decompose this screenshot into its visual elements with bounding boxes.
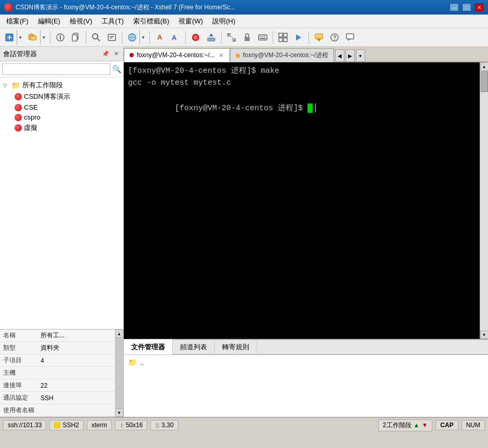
prop-value [37, 404, 115, 417]
svg-line-11 [97, 38, 100, 41]
tree-root-label: 所有工作階段 [22, 81, 63, 90]
menu-tabs[interactable]: 索引標籤(B) [129, 15, 173, 28]
file-item-label-parent: .. [140, 359, 144, 366]
download-button[interactable] [312, 30, 326, 45]
title-bar: CSDN博客演示 - foxny@VM-20-4-centos:~/进程 - X… [0, 0, 488, 15]
grid-button[interactable] [276, 30, 290, 45]
arrow-button[interactable] [291, 30, 306, 45]
tree-item-cse[interactable]: CSE [0, 102, 123, 112]
help-button[interactable]: ? [327, 30, 342, 45]
red-circle-button[interactable] [188, 30, 203, 45]
menu-edit[interactable]: 編輯(E) [34, 15, 65, 28]
tab-label-0: foxny@VM-20-4-centos:~/... [137, 51, 215, 59]
session-manager-header: 會話管理器 📌 ✕ [0, 47, 123, 61]
menu-help[interactable]: 說明(H) [208, 15, 239, 28]
message-button[interactable] [343, 30, 357, 45]
status-up-arrow: ▲ [414, 421, 420, 429]
terminal-scrollbar[interactable]: ▲ ▼ [480, 62, 488, 339]
terminal-scroll-track [480, 71, 488, 331]
scroll-up-arrow[interactable]: ▲ [115, 330, 123, 338]
menu-view[interactable]: 檢視(V) [66, 15, 96, 28]
close-sidebar-button[interactable]: ✕ [112, 50, 120, 58]
svg-rect-7 [60, 37, 61, 39]
session-icon-cse [15, 104, 22, 111]
toolbar-separator-8 [309, 31, 309, 44]
search-input[interactable] [2, 63, 110, 75]
status-num-label: NUM [466, 421, 480, 429]
globe-button[interactable] [125, 30, 139, 45]
svg-rect-22 [208, 38, 215, 41]
find-button[interactable] [105, 30, 119, 45]
properties-button[interactable] [53, 30, 68, 45]
tree-folder-icon: 📁 [11, 81, 20, 89]
svg-rect-29 [262, 36, 263, 37]
search-area: 🔍 [0, 61, 123, 77]
status-key-icon [54, 422, 60, 428]
session-manager-title: 會話管理器 [3, 49, 37, 59]
scroll-down-arrow[interactable]: ▼ [115, 409, 123, 417]
search-button[interactable] [89, 30, 104, 45]
tree-root-item[interactable]: ▽ 📁 所有工作階段 [0, 80, 123, 91]
maximize-button[interactable]: □ [462, 3, 471, 11]
tree-item-csdn[interactable]: CSDN博客演示 [0, 91, 123, 102]
status-ssh-prefix-text: ssh://101.33 [8, 421, 42, 429]
bottom-tab-files[interactable]: 文件管理器 [124, 339, 173, 355]
svg-rect-34 [279, 38, 282, 42]
font2-button[interactable]: A [168, 30, 183, 45]
status-bar: ssh://101.33 SSH2 xterm ⇕ 50x16 ||| 3,30… [0, 417, 488, 432]
menu-window[interactable]: 視窗(W) [174, 15, 207, 28]
properties-panel: 名稱所有工...類型資料夾子項目4主機連接埠22通訊協定SSH使用者名稱 ▲ ▼ [0, 329, 123, 417]
keyboard-button[interactable] [255, 30, 270, 45]
tree-item-label-virtual: 虛擬 [24, 123, 37, 133]
status-size: ⇕ 50x16 [115, 420, 148, 430]
prop-key: 類型 [0, 342, 37, 354]
tab-0[interactable]: foxny@VM-20-4-centos:~/... ✕ [124, 48, 230, 62]
new-session-button[interactable] [2, 30, 17, 45]
upload-button[interactable] [204, 30, 219, 45]
pin-button[interactable]: 📌 [101, 50, 110, 58]
svg-rect-26 [245, 37, 250, 41]
terminal-scroll-thumb[interactable] [481, 71, 488, 92]
new-session-dropdown[interactable]: ▾ [17, 30, 24, 45]
tab-close-0[interactable]: ✕ [218, 52, 224, 59]
svg-line-24 [228, 34, 231, 37]
status-workspace-label: 2工作階段 [383, 421, 412, 430]
prop-key: 主機 [0, 367, 37, 379]
status-pos-label: 3,30 [161, 421, 173, 429]
svg-point-10 [93, 34, 98, 39]
tab-nav-menu[interactable]: ▾ [356, 49, 365, 62]
lock-button[interactable] [240, 30, 254, 45]
close-button[interactable]: ✕ [474, 3, 484, 11]
minimize-button[interactable]: — [450, 3, 459, 11]
tab-nav-prev[interactable]: ◀ [335, 49, 344, 62]
tab-nav-next[interactable]: ▶ [345, 49, 355, 62]
globe-dropdown[interactable]: ▾ [139, 30, 147, 45]
menu-bar: 檔案(F) 編輯(E) 檢視(V) 工具(T) 索引標籤(B) 視窗(W) 說明… [0, 15, 488, 28]
open-dropdown[interactable]: ▾ [40, 30, 47, 45]
toolbar-separator-1 [50, 31, 50, 44]
tree-item-cspro[interactable]: cspro [0, 112, 123, 122]
terminal-scroll-down[interactable]: ▼ [480, 331, 489, 339]
toolbar: ▾ ▾ ▾ A A [0, 28, 488, 47]
copy-button[interactable] [69, 30, 83, 45]
tab-1[interactable]: foxny@VM-20-4-centos:~/进程 [230, 48, 334, 62]
file-item-parent[interactable]: 📁 .. [128, 357, 484, 367]
svg-marker-38 [317, 38, 321, 42]
expand-button[interactable] [224, 30, 239, 45]
terminal-line-1: gcc -o mytest mytest.c [128, 77, 476, 89]
bottom-tab-rules[interactable]: 轉寄規則 [215, 339, 257, 355]
bottom-tab-channels[interactable]: 頻道列表 [173, 339, 215, 355]
menu-file[interactable]: 檔案(F) [2, 15, 33, 28]
font-button[interactable]: A [152, 30, 167, 45]
tree-item-virtual[interactable]: 虛擬 [0, 122, 123, 134]
prop-value: 22 [37, 379, 115, 392]
file-manager: 📁 .. [124, 354, 488, 417]
terminal[interactable]: [foxny@VM-20-4-centos 进程]$ make gcc -o m… [124, 62, 480, 339]
open-button[interactable] [25, 30, 40, 45]
svg-rect-9 [72, 35, 77, 41]
menu-tools[interactable]: 工具(T) [97, 15, 128, 28]
prop-key: 名稱 [0, 330, 37, 342]
sidebar-scrollbar[interactable]: ▲ ▼ [115, 330, 123, 417]
terminal-scroll-up[interactable]: ▲ [480, 62, 489, 71]
status-cap: CAP [435, 420, 458, 430]
